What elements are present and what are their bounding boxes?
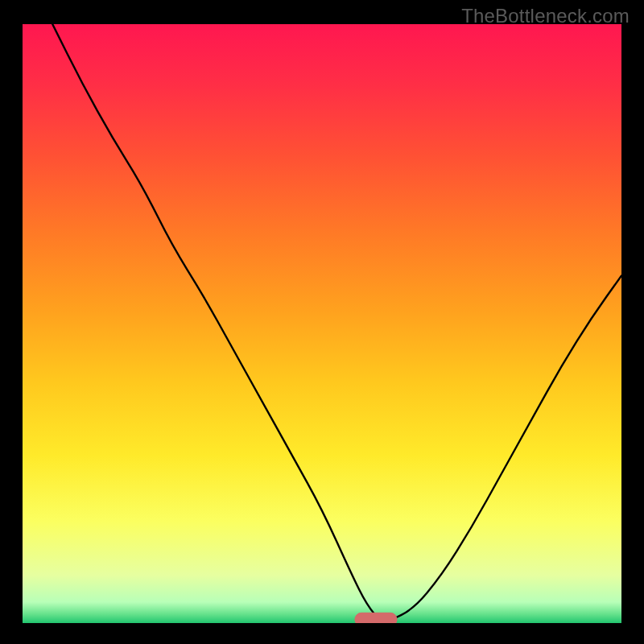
gradient-background <box>23 24 621 623</box>
chart-svg <box>23 24 621 623</box>
plot-area <box>23 24 621 623</box>
chart-container: TheBottleneck.com <box>0 0 644 644</box>
optimum-marker <box>355 613 397 623</box>
